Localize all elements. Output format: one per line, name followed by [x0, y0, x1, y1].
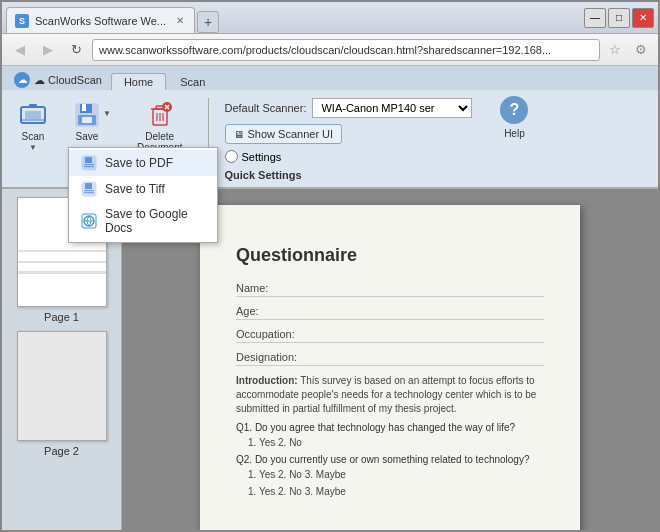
- svg-rect-3: [21, 119, 45, 121]
- app-tab[interactable]: ☁ ☁ CloudScan: [6, 70, 110, 90]
- pdf-icon: [81, 155, 97, 171]
- thumbnail-image-2: [17, 331, 107, 441]
- thumbnail-label-1: Page 1: [44, 311, 79, 323]
- browser-window: S ScanWorks Software We... ✕ + — □ ✕ ◀ ▶…: [0, 0, 660, 532]
- save-button[interactable]: Save ▼: [68, 96, 116, 147]
- tab-favicon: S: [15, 14, 29, 28]
- save-tiff-item[interactable]: Save to Tiff: [69, 176, 217, 202]
- address-bar[interactable]: [92, 39, 600, 61]
- doc-field-designation: Designation:: [236, 351, 544, 366]
- ribbon-container: ☁ ☁ CloudScan Home Scan Scan ▼: [2, 66, 658, 189]
- save-icon: [73, 101, 101, 129]
- scanner-label: Default Scanner:: [225, 102, 307, 114]
- svg-rect-14: [85, 183, 92, 189]
- help-label: Help: [504, 128, 525, 139]
- svg-rect-10: [85, 157, 92, 163]
- window-controls: — □ ✕: [584, 8, 654, 28]
- back-button[interactable]: ◀: [8, 38, 32, 62]
- svg-rect-16: [84, 192, 94, 193]
- save-google-docs-label: Save to Google Docs: [105, 207, 205, 235]
- scanner-monitor-icon: 🖥: [234, 129, 244, 140]
- save-dropdown-arrow[interactable]: ▼: [103, 109, 111, 134]
- save-pdf-label: Save to PDF: [105, 156, 173, 170]
- scanner-select[interactable]: WIA-Canon MP140 ser: [312, 98, 472, 118]
- ribbon-content: Scan ▼: [2, 90, 658, 188]
- help-icon: ?: [500, 96, 528, 124]
- svg-rect-12: [84, 166, 94, 167]
- close-button[interactable]: ✕: [632, 8, 654, 28]
- title-bar: S ScanWorks Software We... ✕ + — □ ✕: [2, 2, 658, 34]
- doc-field-age: Age:: [236, 305, 544, 320]
- doc-q1: Q1. Do you agree that technology has cha…: [236, 422, 544, 433]
- cloudscan-icon: ☁: [14, 72, 30, 88]
- scanner-row: Default Scanner: WIA-Canon MP140 ser: [225, 98, 473, 118]
- svg-rect-15: [84, 190, 94, 191]
- app-tab-label: ☁ CloudScan: [34, 74, 102, 87]
- document-title: Questionnaire: [236, 245, 544, 266]
- ribbon-tabs: ☁ ☁ CloudScan Home Scan: [2, 66, 658, 90]
- doc-q2-options: 1. Yes 2. No 3. Maybe: [248, 469, 544, 480]
- doc-q3-options: 1. Yes 2. No 3. Maybe: [248, 486, 544, 497]
- scan-button[interactable]: Scan ▼: [10, 96, 56, 157]
- save-dropdown-wrapper: Save ▼: [68, 96, 116, 147]
- doc-q2: Q2. Do you currently use or own somethin…: [236, 454, 544, 465]
- new-tab-button[interactable]: +: [197, 11, 219, 33]
- help-button[interactable]: ? Help: [500, 96, 528, 139]
- scan-icon: [19, 101, 47, 129]
- doc-introduction: Introduction: This survey is based on an…: [236, 374, 544, 416]
- google-docs-icon: [81, 213, 97, 229]
- doc-q1-options: 1. Yes 2. No: [248, 437, 544, 448]
- scanner-settings: Default Scanner: WIA-Canon MP140 ser 🖥 S…: [225, 96, 473, 181]
- save-dropdown-menu: Save to PDF Save to Tiff: [68, 147, 218, 243]
- settings-radio[interactable]: [225, 150, 238, 163]
- show-scanner-label: Show Scanner UI: [248, 128, 334, 140]
- show-scanner-row: 🖥 Show Scanner UI: [225, 124, 473, 144]
- settings-row: Settings: [225, 150, 473, 163]
- tiff-icon: [81, 181, 97, 197]
- quick-settings-label: Quick Settings: [225, 169, 473, 181]
- browser-tab[interactable]: S ScanWorks Software We... ✕: [6, 7, 195, 33]
- svg-rect-11: [84, 164, 94, 165]
- thumbnail-label-2: Page 2: [44, 445, 79, 457]
- save-google-docs-item[interactable]: Save to Google Docs: [69, 202, 217, 240]
- forward-button[interactable]: ▶: [36, 38, 60, 62]
- delete-icon: [146, 101, 174, 129]
- tab-title: ScanWorks Software We...: [35, 15, 166, 27]
- show-scanner-btn[interactable]: 🖥 Show Scanner UI: [225, 124, 343, 144]
- settings-icon[interactable]: ⚙: [630, 39, 652, 61]
- settings-label: Settings: [242, 151, 282, 163]
- scan-arrow-icon: ▼: [29, 143, 37, 152]
- document-page: Questionnaire Name: Age: Occupation: Des…: [200, 205, 580, 530]
- tab-close-btn[interactable]: ✕: [176, 15, 184, 26]
- scan-label: Scan: [22, 131, 45, 142]
- svg-rect-1: [25, 111, 41, 119]
- intro-label: Introduction:: [236, 375, 298, 386]
- minimize-button[interactable]: —: [584, 8, 606, 28]
- svg-rect-2: [29, 104, 37, 108]
- refresh-button[interactable]: ↻: [64, 38, 88, 62]
- navigation-bar: ◀ ▶ ↻ ☆ ⚙: [2, 34, 658, 66]
- save-label: Save: [76, 131, 99, 142]
- save-pdf-item[interactable]: Save to PDF: [69, 150, 217, 176]
- doc-field-occupation: Occupation:: [236, 328, 544, 343]
- svg-rect-6: [82, 104, 86, 111]
- bookmark-icon[interactable]: ☆: [604, 39, 626, 61]
- doc-field-name: Name:: [236, 282, 544, 297]
- svg-rect-8: [82, 117, 92, 123]
- tab-scan[interactable]: Scan: [167, 73, 218, 90]
- maximize-button[interactable]: □: [608, 8, 630, 28]
- thumbnail-page-2[interactable]: Page 2: [10, 331, 113, 457]
- save-tiff-label: Save to Tiff: [105, 182, 165, 196]
- tab-home[interactable]: Home: [111, 73, 166, 90]
- tab-bar: S ScanWorks Software We... ✕ +: [6, 2, 219, 33]
